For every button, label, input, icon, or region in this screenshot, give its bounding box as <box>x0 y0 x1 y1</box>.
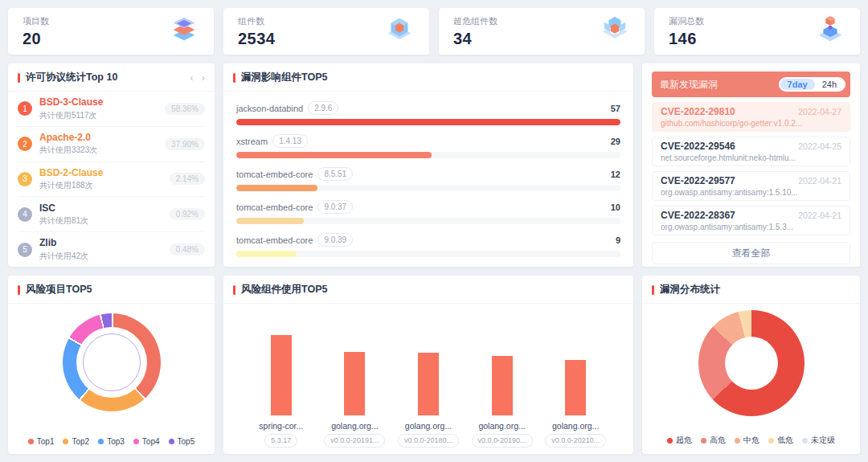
vuln-distribution-donut[interactable] <box>698 310 805 416</box>
tab-24h[interactable]: 24h <box>815 79 844 90</box>
version-badge: 5.3.17 <box>264 434 297 448</box>
legend-label: 低危 <box>777 435 793 446</box>
accent-bar <box>652 285 654 295</box>
legend-label: Top4 <box>142 437 160 446</box>
component-name: spring-cor... <box>259 421 303 431</box>
component-name: golang.org... <box>331 421 378 431</box>
bar-fill <box>236 119 620 125</box>
version-badge: 1.4.13 <box>272 134 308 148</box>
version-badge: 9.0.37 <box>317 200 353 214</box>
component-name: tomcat-embed-core <box>236 235 313 245</box>
bar-fill <box>418 353 439 415</box>
list-item[interactable]: 2 Apache-2.0 共计使用3323次 37.90% <box>18 127 205 162</box>
legend-item[interactable]: 未定级 <box>802 435 835 446</box>
component-name: jackson-databind <box>236 104 303 113</box>
risk-projects-donut[interactable] <box>63 313 161 411</box>
bar-column[interactable]: golang.org... v0.0.0-20190... <box>465 315 539 448</box>
license-name: BSD-3-Clause <box>39 96 165 108</box>
version-badge: v0.0.0-20190... <box>472 434 533 448</box>
component-name: tomcat-embed-core <box>236 202 313 212</box>
list-item[interactable]: 1 BSD-3-Clause 共计使用5117次 58.36% <box>18 92 205 127</box>
component-box-icon <box>384 14 415 48</box>
hbar-row[interactable]: jackson-databind 2.9.6 57 <box>236 101 620 125</box>
accent-bar <box>233 285 235 295</box>
bar-column[interactable]: spring-cor... 5.3.17 <box>244 315 318 448</box>
legend-item[interactable]: Top2 <box>63 437 89 446</box>
rank-badge: 3 <box>18 172 32 186</box>
legend-item[interactable]: 低危 <box>768 435 793 446</box>
legend-label: Top3 <box>107 437 125 446</box>
bar-track <box>236 218 620 224</box>
license-stats-panel: 许可协议统计Top 10 ‹ › 1 BSD-3-Clause 共计使用5117… <box>8 63 215 267</box>
next-page-icon[interactable]: › <box>202 72 205 83</box>
tab-7day[interactable]: 7day <box>780 79 815 90</box>
bar-fill <box>236 152 432 158</box>
middle-row: 许可协议统计Top 10 ‹ › 1 BSD-3-Clause 共计使用5117… <box>8 63 860 267</box>
cve-list-item[interactable]: CVE-2022-29810 2022-04-27 github.com/has… <box>652 102 850 132</box>
version-badge: v0.0.0-20210... <box>545 434 606 448</box>
legend-item[interactable]: Top5 <box>169 437 195 446</box>
legend-item[interactable]: 高危 <box>701 435 726 446</box>
list-item[interactable]: 4 ISC 共计使用81次 0.92% <box>18 197 205 232</box>
stat-value: 2534 <box>238 30 276 48</box>
donut-hole <box>725 337 778 390</box>
stat-label: 组件数 <box>238 15 276 27</box>
layers-stack-icon <box>169 14 199 48</box>
stat-card-vulnerabilities: 漏洞总数 146 <box>654 8 860 55</box>
component-name: golang.org... <box>552 421 599 431</box>
cve-panel-header: 最新发现漏洞 7day 24h <box>652 72 850 97</box>
bar-column[interactable]: golang.org... v0.0.0-20180... <box>391 315 465 448</box>
hbar-row[interactable]: tomcat-embed-core 9.0.39 9 <box>236 233 620 257</box>
component-name: golang.org... <box>405 421 452 431</box>
bar-track <box>236 251 620 257</box>
license-name: Zlib <box>39 237 170 248</box>
legend: Top1 Top2 Top3 Top4 Top5 <box>28 437 194 446</box>
legend-label: 未定级 <box>811 435 835 446</box>
bar-fill <box>344 352 365 415</box>
vuln-components-header: 漏洞影响组件TOP5 <box>223 63 633 92</box>
vuln-components-panel: 漏洞影响组件TOP5 jackson-databind 2.9.6 57 xst… <box>223 63 633 267</box>
legend-dot <box>802 438 808 444</box>
legend-item[interactable]: Top4 <box>133 437 160 446</box>
stat-value: 20 <box>23 30 49 48</box>
license-usage: 共计使用5117次 <box>39 110 165 121</box>
cve-list-item[interactable]: CVE-2022-29546 2022-04-25 net.sourceforg… <box>652 137 850 166</box>
legend-item[interactable]: 超危 <box>667 435 692 446</box>
cve-package: github.com/hashicorp/go-getter:v1.0.2... <box>661 119 841 128</box>
hbar-row[interactable]: tomcat-embed-core 9.0.37 10 <box>236 200 620 224</box>
bar-column[interactable]: golang.org... v0.0.0-20210... <box>538 315 612 448</box>
legend-item[interactable]: Top1 <box>28 437 55 446</box>
rank-badge: 4 <box>18 207 32 222</box>
license-percent-badge: 58.36% <box>165 103 205 115</box>
panel-title: 最新发现漏洞 <box>660 78 718 92</box>
license-usage: 共计使用188次 <box>39 180 170 191</box>
license-percent-badge: 0.92% <box>170 208 205 220</box>
cve-list-item[interactable]: CVE-2022-28367 2022-04-21 org.owasp.anti… <box>652 206 850 235</box>
accent-bar <box>18 73 20 83</box>
prev-page-icon[interactable]: ‹ <box>190 72 193 83</box>
version-badge: v0.0.0-20191... <box>324 434 385 448</box>
critical-component-icon <box>600 14 630 48</box>
cve-list-item[interactable]: CVE-2022-29577 2022-04-21 org.owasp.anti… <box>652 171 850 201</box>
accent-bar <box>18 285 20 295</box>
view-all-button[interactable]: 查看全部 <box>652 242 850 264</box>
license-percent-badge: 0.48% <box>170 243 205 256</box>
stat-value: 146 <box>669 30 704 48</box>
cve-package: org.owasp.antisamy:antisamy:1.5.3... <box>661 223 841 231</box>
hbar-row[interactable]: xstream 1.4.13 29 <box>236 134 620 158</box>
legend-item[interactable]: 中危 <box>735 435 760 446</box>
list-item[interactable]: 3 BSD-2-Clause 共计使用188次 2.14% <box>18 162 205 198</box>
stat-label: 项目数 <box>23 15 49 27</box>
hbar-row[interactable]: tomcat-embed-core 8.5.51 12 <box>236 167 620 191</box>
panel-title: 漏洞分布统计 <box>660 283 720 296</box>
cve-id: CVE-2022-29577 <box>661 175 735 186</box>
legend-item[interactable]: Top3 <box>98 437 125 446</box>
bar-column[interactable]: golang.org... v0.0.0-20191... <box>318 315 392 448</box>
cve-date: 2022-04-21 <box>798 176 841 186</box>
list-item[interactable]: 5 Zlib 共计使用42次 0.48% <box>18 232 205 267</box>
license-list: 1 BSD-3-Clause 共计使用5117次 58.36% 2 Apache… <box>8 92 215 267</box>
risk-projects-header: 风险项目TOP5 <box>8 276 215 304</box>
hbar-chart: jackson-databind 2.9.6 57 xstream 1.4.13… <box>223 92 633 267</box>
bar-fill <box>236 251 297 257</box>
license-name: Apache-2.0 <box>39 132 165 143</box>
